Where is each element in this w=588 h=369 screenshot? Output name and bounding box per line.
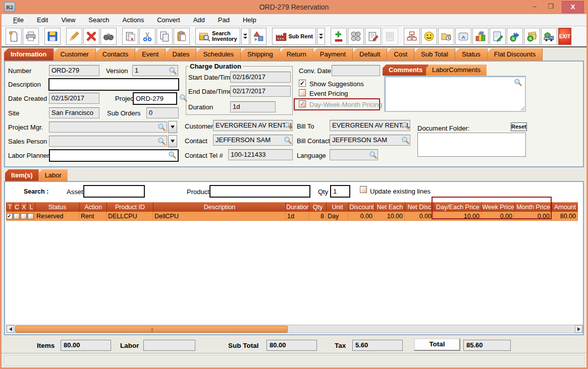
col-header-t[interactable]: T xyxy=(6,202,13,212)
description-input[interactable] xyxy=(48,78,179,91)
col-header-amount[interactable]: Amount xyxy=(552,202,578,212)
accounts-stack-button[interactable] xyxy=(472,28,489,45)
col-header-c[interactable]: C xyxy=(13,202,20,212)
col-header-week-price[interactable]: Week Price xyxy=(482,202,514,212)
rack-chart-button[interactable] xyxy=(404,28,420,45)
row-x-checkbox[interactable] xyxy=(21,213,27,219)
sales-person-lookup-icon[interactable] xyxy=(157,137,166,145)
project-mgr-dropdown[interactable] xyxy=(168,121,177,133)
tab-default[interactable]: Default xyxy=(353,48,387,60)
document-folder-box[interactable] xyxy=(417,133,526,157)
tab-status[interactable]: Status xyxy=(455,48,488,60)
labor-planner-lookup-icon[interactable] xyxy=(168,151,176,159)
new-document-button[interactable] xyxy=(6,28,22,45)
menu-search[interactable]: Search xyxy=(83,15,115,25)
tab-dates[interactable]: Dates xyxy=(166,48,196,60)
col-header-net-each[interactable]: Net Each xyxy=(375,202,405,212)
col-header-unit[interactable]: Unit xyxy=(326,202,348,212)
money-notes-button[interactable]: S xyxy=(524,28,540,45)
col-header-action[interactable]: Action xyxy=(79,202,106,212)
customer-lookup-icon[interactable] xyxy=(284,121,292,130)
menu-file[interactable]: File xyxy=(8,15,29,25)
search-inventory-button[interactable]: SearchInventory xyxy=(195,28,240,45)
row-l-cell[interactable] xyxy=(27,212,35,221)
row-t-checkbox[interactable] xyxy=(7,213,13,219)
maximize-button[interactable]: ❒ xyxy=(544,1,558,13)
sub-rent-dropdown[interactable] xyxy=(317,28,325,45)
col-header-description[interactable]: Description xyxy=(153,202,286,212)
scroll-right-button[interactable] xyxy=(575,325,582,333)
row-net-each[interactable]: 10.00 xyxy=(375,212,405,221)
edit-notes-button[interactable] xyxy=(365,28,381,45)
tab-payment[interactable]: Payment xyxy=(313,48,353,60)
col-header-qty[interactable]: Qty xyxy=(309,202,326,212)
row-l-checkbox[interactable] xyxy=(28,213,34,219)
qty-input[interactable] xyxy=(330,185,350,198)
print-button[interactable] xyxy=(23,28,39,45)
reset-button[interactable]: Reset xyxy=(511,122,527,131)
col-header-product-id[interactable]: Product ID xyxy=(106,202,153,212)
menu-add[interactable]: Add xyxy=(188,15,210,25)
col-header-net-disc[interactable]: Net Disc xyxy=(405,202,434,212)
search-inventory-dropdown[interactable] xyxy=(241,28,249,45)
tab-schedules[interactable]: Schedules xyxy=(196,48,241,60)
col-header-discount[interactable]: Discount xyxy=(348,202,375,212)
menu-pad[interactable]: Pad xyxy=(212,15,235,25)
comments-textarea[interactable] xyxy=(384,76,526,112)
bill-to-lookup-icon[interactable] xyxy=(401,121,409,130)
kit-circles-button[interactable]: ? xyxy=(348,28,364,45)
delivery-truck-button[interactable] xyxy=(541,28,557,45)
col-header-l[interactable]: L xyxy=(27,202,35,212)
tab-labor[interactable]: Labor xyxy=(39,169,68,181)
paste-button[interactable] xyxy=(174,28,190,45)
comments-lookup-icon[interactable] xyxy=(514,78,522,86)
row-t-cell[interactable] xyxy=(6,212,13,221)
scroll-left-button[interactable] xyxy=(7,325,14,333)
paste-special-button[interactable] xyxy=(122,28,138,45)
tab-items[interactable]: Item(s) xyxy=(5,169,39,181)
labor-planner-input[interactable] xyxy=(49,149,179,162)
version-lookup-icon[interactable] xyxy=(169,67,177,75)
shortcut-key-button[interactable]: A xyxy=(455,28,471,45)
bill-contact-lookup-icon[interactable] xyxy=(401,136,409,144)
menu-view[interactable]: View xyxy=(56,15,81,25)
copy-button[interactable] xyxy=(156,28,173,45)
history-folder-button[interactable] xyxy=(438,28,454,45)
tab-contacts[interactable]: Contacts xyxy=(96,48,135,60)
event-pricing-checkbox[interactable] xyxy=(299,89,306,96)
row-duration[interactable]: 1d xyxy=(286,212,309,221)
product-shapes-button[interactable] xyxy=(250,28,266,45)
save-button[interactable] xyxy=(44,28,61,45)
row-unit[interactable]: Day xyxy=(326,212,348,221)
asset-input[interactable] xyxy=(83,185,145,198)
row-month-price[interactable]: 0.00 xyxy=(514,212,552,221)
tab-information[interactable]: Information xyxy=(4,48,54,60)
scrollbar-thumb[interactable] xyxy=(15,326,288,333)
row-product-id[interactable]: DELLCPU xyxy=(106,212,153,221)
menu-actions[interactable]: Actions xyxy=(117,15,150,25)
product-input[interactable] xyxy=(209,185,310,198)
edit-invoice-button[interactable] xyxy=(490,28,506,45)
tab-return[interactable]: Return xyxy=(280,48,313,60)
cut-button[interactable] xyxy=(139,28,155,45)
tab-flat-discounts[interactable]: Flat Discounts xyxy=(488,48,543,60)
exit-button[interactable]: EXIT xyxy=(558,28,571,45)
show-suggestions-checkbox[interactable] xyxy=(299,80,306,87)
menu-edit[interactable]: Edit xyxy=(31,15,54,25)
menu-help[interactable]: Help xyxy=(237,15,262,25)
col-header-month-price[interactable]: Month Price xyxy=(514,202,552,212)
row-action[interactable]: Rent xyxy=(79,212,106,221)
menu-convert[interactable]: Convert xyxy=(151,15,186,25)
tab-customer[interactable]: Customer xyxy=(54,48,96,60)
row-day-each-price[interactable]: 10.00 xyxy=(434,212,482,221)
total-button[interactable]: Total xyxy=(414,338,460,351)
row-status[interactable]: Reserved xyxy=(35,212,79,221)
find-button[interactable] xyxy=(100,28,117,45)
sales-person-dropdown[interactable] xyxy=(168,135,177,147)
customer-smiley-button[interactable] xyxy=(421,28,437,45)
tab-sub-total[interactable]: Sub Total xyxy=(414,48,455,60)
language-lookup-icon[interactable] xyxy=(369,151,377,159)
edit-button[interactable] xyxy=(66,28,82,45)
col-header-status[interactable]: Status xyxy=(35,202,79,212)
project-input[interactable] xyxy=(133,92,177,105)
